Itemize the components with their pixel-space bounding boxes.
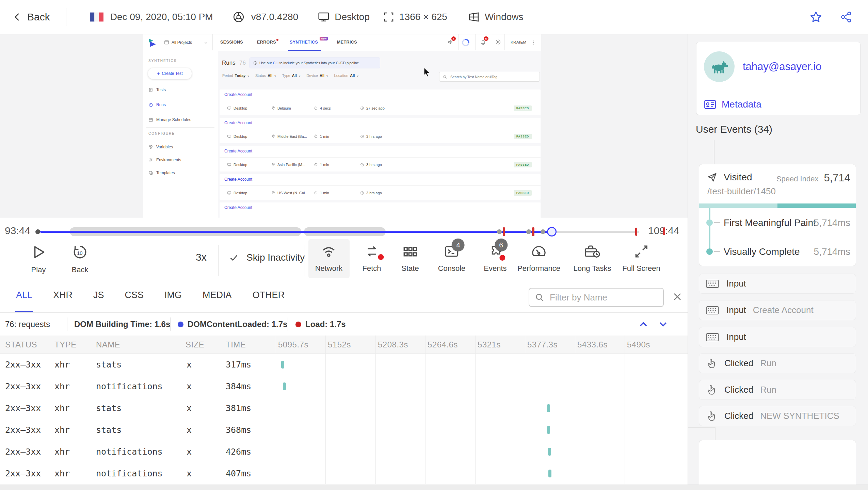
share-icon[interactable] (840, 11, 853, 23)
gear-icon[interactable] (495, 39, 501, 45)
player-bottom-panel: 93:44 109:44 Play 10 Back 3x (0, 218, 688, 485)
run-row[interactable]: Create Account Desktop US West (N. Cal..… (220, 174, 541, 200)
user-email-link[interactable]: tahay@asayer.io (743, 61, 821, 73)
network-request-row[interactable]: 2xx–3xxxhrnotificationsx426ms (0, 441, 688, 462)
waterfall-tick-label: 5152s (328, 340, 351, 349)
event-card-input[interactable]: Input (699, 327, 856, 347)
viewport-icon (383, 11, 395, 23)
filter-status[interactable]: StatusAll∨ (255, 74, 276, 78)
filter-location[interactable]: LocationAll∨ (334, 74, 359, 78)
network-request-row[interactable]: 2xx–3xxxhrnotificationsx384ms (0, 375, 688, 397)
sidebar-item-runs[interactable]: Runs (148, 102, 166, 107)
console-panel-button[interactable]: 4 Console (438, 243, 466, 273)
network-request-row[interactable]: 2xx–3xxxhrnotificationsx407ms (0, 462, 688, 484)
events-panel-button[interactable]: 6 Events (484, 243, 507, 273)
openreplay-logo-icon (147, 37, 157, 48)
chevron-left-icon (12, 12, 22, 22)
tab-synthetics[interactable]: SYNTHETICS (290, 40, 318, 45)
performance-panel-button[interactable]: Performance (517, 243, 560, 273)
tab-img[interactable]: IMG (164, 278, 182, 312)
run-name-link[interactable]: Create Account (224, 92, 252, 97)
tab-media[interactable]: MEDIA (202, 278, 232, 312)
divider (288, 317, 288, 331)
error-marker[interactable] (635, 228, 637, 236)
user-events-title: User Events (34) (696, 124, 772, 135)
filter-device[interactable]: DeviceAll∨ (306, 74, 328, 78)
variables-icon (148, 145, 153, 149)
run-name-link[interactable]: Create Account (224, 149, 252, 153)
cli-link[interactable]: CLI (273, 61, 278, 65)
chevron-down-icon[interactable] (657, 318, 669, 330)
playhead[interactable] (547, 227, 557, 236)
tab-sessions[interactable]: SESSIONS (220, 40, 243, 45)
console-icon: 4 (443, 243, 461, 260)
error-marker[interactable] (503, 227, 505, 236)
tab-css[interactable]: CSS (124, 278, 145, 312)
divider (67, 317, 67, 331)
sidebar-item-variables[interactable]: Variables (148, 145, 173, 149)
col-size[interactable]: SIZE (186, 340, 204, 349)
event-card-click[interactable]: Clicked Run (699, 380, 856, 400)
col-type[interactable]: TYPE (54, 340, 77, 349)
network-request-row[interactable]: 2xx–3xxxhrstatsx381ms (0, 397, 688, 419)
event-card-input[interactable]: Input (699, 274, 856, 294)
error-marker[interactable] (663, 227, 665, 235)
fullscreen-button[interactable]: Full Screen (622, 243, 660, 273)
fetch-panel-button[interactable]: Fetch (362, 243, 381, 273)
network-request-row[interactable]: 2xx–3xxxhrstatsx368ms (0, 419, 688, 441)
tab-errors[interactable]: ERRORS (257, 40, 276, 45)
event-card-click[interactable]: Clicked Run (699, 353, 856, 373)
back-10s-button[interactable]: 10 Back (71, 243, 89, 274)
state-panel-button[interactable]: State (401, 243, 419, 273)
chevron-up-icon[interactable] (637, 318, 649, 330)
back-button[interactable]: Back (12, 11, 50, 23)
run-row[interactable]: Create Account Desktop Middle East (Ba..… (220, 118, 541, 143)
network-filter-input[interactable] (549, 292, 653, 303)
network-panel-button[interactable]: Network (315, 243, 343, 273)
tab-other[interactable]: OTHER (252, 278, 286, 312)
project-selector[interactable]: All Projects (172, 40, 192, 45)
user-menu[interactable]: KRAIEM (511, 40, 527, 44)
close-panel-icon[interactable] (671, 291, 684, 303)
sidebar-item-templates[interactable]: Templates (148, 170, 175, 175)
tab-metrics[interactable]: METRICS (337, 40, 357, 45)
test-search-input[interactable] (450, 75, 533, 79)
tab-all[interactable]: ALL (15, 278, 33, 312)
col-name[interactable]: NAME (96, 340, 120, 349)
network-request-row[interactable]: 2xx–3xxxhrstatsx317ms (0, 354, 688, 375)
tab-xhr[interactable]: XHR (52, 278, 73, 312)
run-name-link[interactable]: Create Account (224, 177, 252, 182)
clipboard-icon (148, 87, 153, 92)
run-row[interactable]: Create Account Desktop Asia Pacific (M..… (220, 146, 541, 172)
speed-toggle[interactable]: 3x (196, 251, 207, 263)
create-test-button[interactable]: +Create Test (148, 68, 192, 79)
skip-inactivity-toggle[interactable]: Skip Inactivity (229, 252, 305, 263)
windows-icon (468, 11, 480, 23)
network-filter-box[interactable] (529, 288, 664, 307)
info-icon (253, 61, 257, 65)
filter-type[interactable]: TypeAll∨ (282, 74, 301, 78)
run-row[interactable]: Create Account Desktop Belgium 4 secs 27… (220, 89, 541, 115)
event-card-input[interactable]: Input Create Account (699, 300, 856, 320)
run-ago: 3 hrs ago (360, 163, 382, 167)
long-tasks-panel-button[interactable]: Long Tasks (574, 243, 611, 273)
event-card-click[interactable]: Clicked NEW SYNTHETICS (699, 406, 856, 426)
play-button[interactable]: Play (30, 243, 47, 274)
filter-period[interactable]: PeriodToday∨ (222, 74, 250, 78)
col-time[interactable]: TIME (226, 340, 246, 349)
run-name-link[interactable]: Create Account (224, 120, 252, 125)
tab-js[interactable]: JS (93, 278, 105, 312)
error-marker[interactable] (532, 227, 534, 236)
test-search-box[interactable] (439, 72, 540, 82)
timeline-start-dot (35, 229, 40, 234)
run-name-link[interactable]: Create Account (224, 205, 252, 210)
sidebar-item-tests[interactable]: Tests (148, 87, 166, 92)
kebab-menu-icon[interactable] (531, 39, 536, 46)
favorite-star-icon[interactable] (809, 10, 823, 24)
run-row[interactable]: Create Account Desktop Canada (Central..… (220, 202, 541, 218)
sidebar-item-manage-schedules[interactable]: Manage Schedules (148, 117, 191, 122)
metadata-button[interactable]: Metadata (704, 94, 761, 115)
visited-event-card[interactable]: Visited Speed Index 5,714 /test-builder/… (699, 164, 856, 266)
col-status[interactable]: STATUS (5, 340, 37, 349)
sidebar-item-environments[interactable]: Environments (148, 158, 181, 162)
